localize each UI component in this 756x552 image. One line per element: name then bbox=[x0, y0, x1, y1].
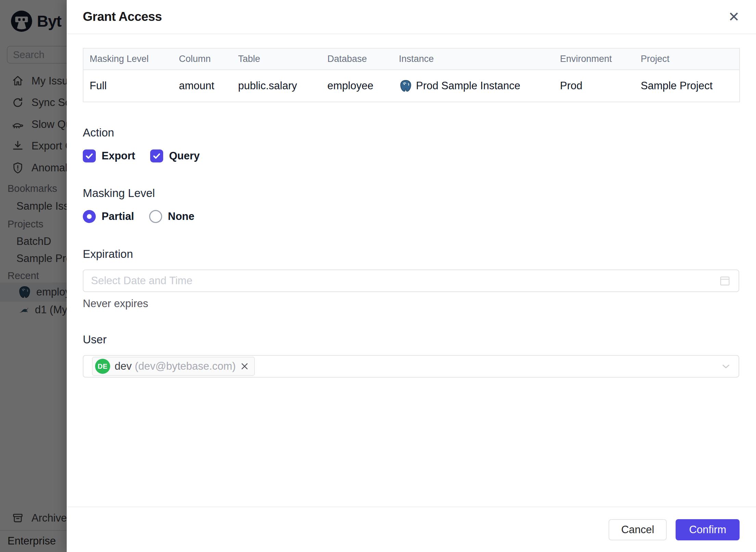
none-radio-group[interactable]: None bbox=[149, 210, 195, 223]
column-header-table: Table bbox=[232, 48, 321, 70]
export-checkbox[interactable] bbox=[83, 149, 96, 162]
masking-section-heading: Masking Level bbox=[83, 187, 739, 200]
user-name: dev bbox=[115, 360, 132, 372]
expiration-date-input[interactable] bbox=[83, 270, 739, 292]
cell-instance: Prod Sample Instance bbox=[393, 70, 554, 102]
modal-backdrop[interactable] bbox=[0, 0, 67, 552]
user-email: (dev@bytebase.com) bbox=[135, 360, 236, 372]
column-header-masking-level: Masking Level bbox=[83, 48, 173, 70]
avatar: DE bbox=[95, 359, 110, 374]
modal-header: Grant Access ✕ bbox=[67, 0, 756, 34]
export-checkbox-group[interactable]: Export bbox=[83, 149, 135, 162]
instance-name: Prod Sample Instance bbox=[416, 80, 520, 92]
column-header-column: Column bbox=[173, 48, 232, 70]
partial-radio-label: Partial bbox=[102, 210, 134, 223]
grant-summary-table: Masking Level Column Table Database Inst… bbox=[83, 48, 740, 102]
check-icon bbox=[153, 152, 161, 160]
expiration-note: Never expires bbox=[83, 298, 739, 310]
user-section-heading: User bbox=[83, 333, 739, 346]
chevron-down-icon[interactable] bbox=[720, 360, 732, 372]
table-row: Full amount public.salary employee Prod … bbox=[83, 70, 740, 102]
postgresql-icon bbox=[399, 79, 413, 93]
close-icon[interactable]: ✕ bbox=[728, 10, 740, 24]
grant-access-modal: Grant Access ✕ Masking Level Column Tabl… bbox=[67, 0, 756, 552]
table-header-row: Masking Level Column Table Database Inst… bbox=[83, 48, 740, 70]
user-select[interactable]: DE dev (dev@bytebase.com) bbox=[83, 355, 739, 378]
partial-radio[interactable] bbox=[83, 210, 96, 223]
column-header-database: Database bbox=[321, 48, 393, 70]
cancel-button[interactable]: Cancel bbox=[609, 519, 667, 540]
column-header-project: Project bbox=[635, 48, 740, 70]
action-section-heading: Action bbox=[83, 126, 739, 139]
action-options: Export Query bbox=[83, 149, 739, 162]
expiration-section-heading: Expiration bbox=[83, 248, 739, 261]
column-header-instance: Instance bbox=[393, 48, 554, 70]
masking-options: Partial None bbox=[83, 210, 739, 223]
none-radio-label: None bbox=[168, 210, 195, 223]
expiration-date-field[interactable] bbox=[91, 275, 719, 287]
export-checkbox-label: Export bbox=[102, 150, 135, 162]
calendar-icon[interactable] bbox=[719, 275, 731, 287]
confirm-button[interactable]: Confirm bbox=[676, 519, 740, 540]
query-checkbox-group[interactable]: Query bbox=[150, 149, 200, 162]
cell-environment: Prod bbox=[554, 70, 635, 102]
query-checkbox-label: Query bbox=[169, 150, 200, 162]
cell-masking-level: Full bbox=[83, 70, 173, 102]
remove-user-icon[interactable] bbox=[240, 362, 249, 371]
none-radio[interactable] bbox=[149, 210, 162, 223]
modal-title: Grant Access bbox=[83, 10, 162, 24]
modal-footer: Cancel Confirm bbox=[67, 507, 756, 552]
partial-radio-group[interactable]: Partial bbox=[83, 210, 134, 223]
modal-body: Masking Level Column Table Database Inst… bbox=[67, 34, 756, 378]
cell-database: employee bbox=[321, 70, 393, 102]
cell-project: Sample Project bbox=[635, 70, 740, 102]
cell-table: public.salary bbox=[232, 70, 321, 102]
user-tag: DE dev (dev@bytebase.com) bbox=[92, 357, 255, 376]
check-icon bbox=[85, 152, 93, 160]
cell-column: amount bbox=[173, 70, 232, 102]
column-header-environment: Environment bbox=[554, 48, 635, 70]
query-checkbox[interactable] bbox=[150, 149, 163, 162]
